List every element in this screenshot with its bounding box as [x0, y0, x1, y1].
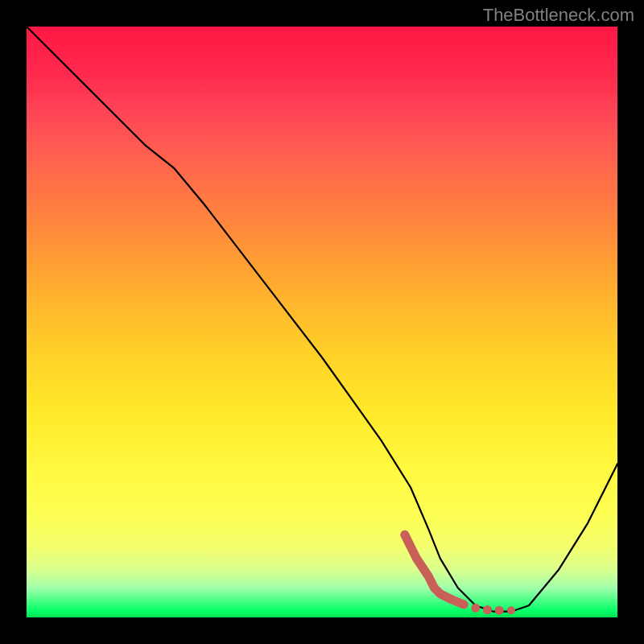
bottleneck-curve — [27, 27, 617, 612]
highlight-dot — [495, 606, 504, 615]
plot-area — [27, 27, 617, 617]
chart-svg — [27, 27, 617, 617]
attribution-text: TheBottleneck.com — [483, 5, 634, 26]
highlight-dot — [471, 604, 480, 613]
highlight-dot — [507, 606, 515, 614]
highlight-segment — [405, 535, 515, 615]
highlight-dot — [483, 605, 492, 614]
